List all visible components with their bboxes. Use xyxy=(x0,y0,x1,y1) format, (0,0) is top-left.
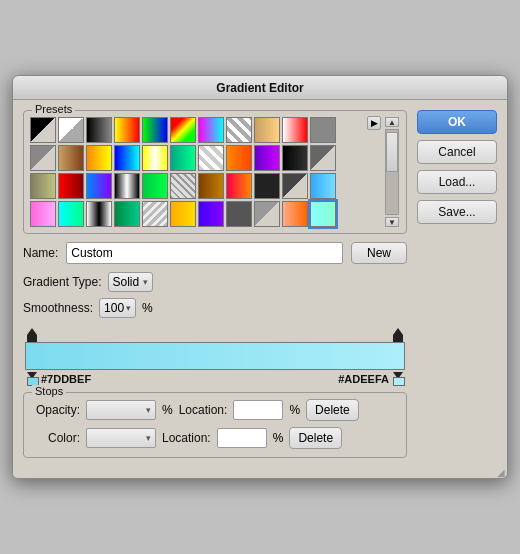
swatch-4[interactable] xyxy=(114,117,140,143)
opacity-label: Opacity: xyxy=(32,403,80,417)
new-button[interactable]: New xyxy=(351,242,407,264)
swatch-27[interactable] xyxy=(142,173,168,199)
smoothness-arrow: ▾ xyxy=(126,303,131,313)
cancel-button[interactable]: Cancel xyxy=(417,140,497,164)
swatch-40[interactable] xyxy=(198,201,224,227)
opacity-location-input[interactable] xyxy=(233,400,283,420)
swatch-15[interactable] xyxy=(114,145,140,171)
swatch-35[interactable] xyxy=(58,201,84,227)
swatch-39[interactable] xyxy=(170,201,196,227)
swatch-3[interactable] xyxy=(86,117,112,143)
opacity-stop-right[interactable] xyxy=(393,328,403,342)
bottom-resize: ◢ xyxy=(13,468,507,478)
presets-label: Presets xyxy=(32,103,75,115)
opacity-delete-button[interactable]: Delete xyxy=(306,399,359,421)
gradient-type-row: Gradient Type: Solid ▾ xyxy=(23,272,407,292)
swatch-32[interactable] xyxy=(282,173,308,199)
presets-scrollbar: ▲ ▼ xyxy=(384,117,400,227)
swatch-41[interactable] xyxy=(226,201,252,227)
right-panel: OK Cancel Load... Save... xyxy=(417,110,497,458)
gradient-editor-window: Gradient Editor Presets ▶ ▲ ▼ xyxy=(12,75,508,479)
swatch-17[interactable] xyxy=(170,145,196,171)
gradient-area: #7DDBEF #ADEEFA xyxy=(23,328,407,388)
swatch-8[interactable] xyxy=(226,117,252,143)
swatch-16[interactable] xyxy=(142,145,168,171)
opacity-location-label: Location: xyxy=(179,403,228,417)
opacity-arrow: ▾ xyxy=(146,405,151,415)
opacity-stops-row xyxy=(23,328,407,342)
presets-group: Presets ▶ ▲ ▼ xyxy=(23,110,407,234)
gradient-left-color-value: #7DDBEF xyxy=(41,373,91,385)
color-location-input[interactable] xyxy=(217,428,267,448)
swatch-36[interactable] xyxy=(86,201,112,227)
main-content: Presets ▶ ▲ ▼ Name: xyxy=(13,100,507,468)
swatch-44[interactable] xyxy=(310,201,336,227)
smoothness-select[interactable]: 100 ▾ xyxy=(99,298,136,318)
swatch-13[interactable] xyxy=(58,145,84,171)
load-button[interactable]: Load... xyxy=(417,170,497,194)
opacity-location-unit: % xyxy=(289,403,300,417)
opacity-row: Opacity: ▾ % Location: % Delete xyxy=(32,399,398,421)
swatch-18[interactable] xyxy=(198,145,224,171)
resize-grip[interactable]: ◢ xyxy=(497,467,505,478)
swatch-28[interactable] xyxy=(170,173,196,199)
swatch-7[interactable] xyxy=(198,117,224,143)
scroll-up-arrow[interactable]: ▲ xyxy=(385,117,399,127)
swatch-42[interactable] xyxy=(254,201,280,227)
scroll-track[interactable] xyxy=(385,129,399,215)
opacity-stop-left[interactable] xyxy=(27,328,37,342)
left-panel: Presets ▶ ▲ ▼ Name: xyxy=(23,110,407,458)
presets-nav-arrow[interactable]: ▶ xyxy=(367,116,381,130)
titlebar: Gradient Editor xyxy=(13,76,507,100)
swatch-9[interactable] xyxy=(254,117,280,143)
swatch-31[interactable] xyxy=(254,173,280,199)
swatch-5[interactable] xyxy=(142,117,168,143)
color-select[interactable]: ▾ xyxy=(86,428,156,448)
name-label: Name: xyxy=(23,246,58,260)
swatch-26[interactable] xyxy=(114,173,140,199)
scroll-down-arrow[interactable]: ▼ xyxy=(385,217,399,227)
swatch-10[interactable] xyxy=(282,117,308,143)
gradient-bar[interactable] xyxy=(25,342,405,370)
color-stop-icon-left[interactable] xyxy=(27,372,37,386)
swatch-22[interactable] xyxy=(310,145,336,171)
swatch-20[interactable] xyxy=(254,145,280,171)
scroll-thumb[interactable] xyxy=(386,132,398,172)
swatch-12[interactable] xyxy=(30,145,56,171)
color-row: Color: ▾ Location: % Delete xyxy=(32,427,398,449)
opacity-unit: % xyxy=(162,403,173,417)
opacity-select[interactable]: ▾ xyxy=(86,400,156,420)
swatch-33[interactable] xyxy=(310,173,336,199)
window-title: Gradient Editor xyxy=(216,81,303,95)
swatch-2[interactable] xyxy=(58,117,84,143)
swatch-34[interactable] xyxy=(30,201,56,227)
gradient-type-arrow: ▾ xyxy=(143,277,148,287)
color-stop-icon-right[interactable] xyxy=(393,372,403,386)
swatch-23[interactable] xyxy=(30,173,56,199)
swatch-21[interactable] xyxy=(282,145,308,171)
swatch-29[interactable] xyxy=(198,173,224,199)
save-button[interactable]: Save... xyxy=(417,200,497,224)
color-delete-button[interactable]: Delete xyxy=(289,427,342,449)
stops-group-label: Stops xyxy=(32,385,66,397)
ok-button[interactable]: OK xyxy=(417,110,497,134)
gradient-left-color: #7DDBEF xyxy=(27,372,91,386)
color-location-unit: % xyxy=(273,431,284,445)
swatch-1[interactable] xyxy=(30,117,56,143)
gradient-type-select[interactable]: Solid ▾ xyxy=(108,272,154,292)
color-label: Color: xyxy=(32,431,80,445)
swatch-14[interactable] xyxy=(86,145,112,171)
stops-group: Stops Opacity: ▾ % Location: % Delete xyxy=(23,392,407,458)
gradient-right-color-value: #ADEEFA xyxy=(338,373,389,385)
swatch-11[interactable] xyxy=(310,117,336,143)
swatch-30[interactable] xyxy=(226,173,252,199)
name-input[interactable] xyxy=(66,242,343,264)
swatch-37[interactable] xyxy=(114,201,140,227)
swatch-24[interactable] xyxy=(58,173,84,199)
swatch-19[interactable] xyxy=(226,145,252,171)
gradient-type-value: Solid xyxy=(113,275,140,289)
swatch-6[interactable] xyxy=(170,117,196,143)
swatch-25[interactable] xyxy=(86,173,112,199)
swatch-38[interactable] xyxy=(142,201,168,227)
swatch-43[interactable] xyxy=(282,201,308,227)
